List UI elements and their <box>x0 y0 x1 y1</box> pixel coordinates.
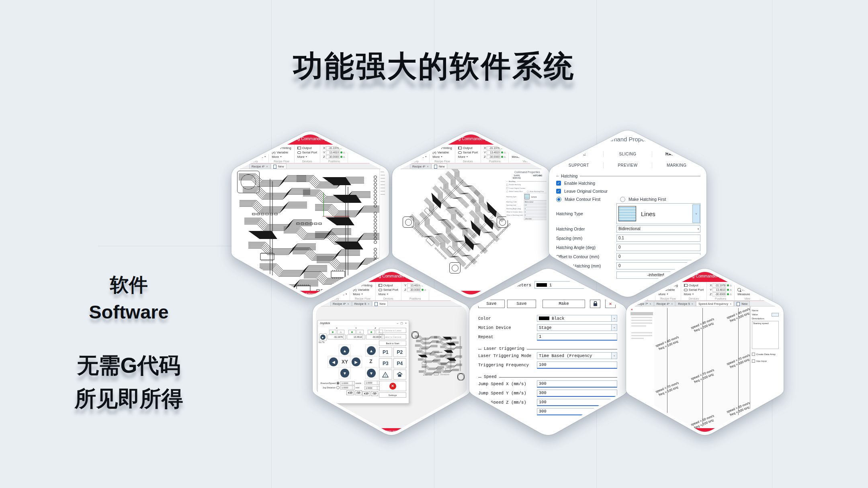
position-z-value[interactable]: -30.0000 <box>712 292 726 296</box>
ribbon-item-circle[interactable]: Circle <box>402 150 410 155</box>
ribbon-item-circle[interactable]: Circle <box>242 150 250 155</box>
tab-recipe[interactable]: Recipe 5× <box>676 301 696 306</box>
jump-speed-y-input[interactable]: 300 <box>537 390 617 397</box>
ribbon-item-more[interactable]: More <box>379 292 386 296</box>
checkbox-checked-icon[interactable]: ✓ <box>556 189 561 194</box>
ribbon-item-cad[interactable]: CAD <box>398 155 405 159</box>
div10-button[interactable]: /10 <box>371 391 378 396</box>
preset-p2-button[interactable]: P2 <box>393 347 407 357</box>
ribbon-item-text[interactable]: Text <box>636 283 642 288</box>
ribbon-item-rectangle[interactable]: Rectangle <box>242 146 257 150</box>
ribbon-item-cad[interactable]: CAD <box>319 292 326 296</box>
offset-contour-input[interactable]: 0 <box>616 253 700 260</box>
ribbon-item-variable[interactable]: Variable <box>437 150 449 155</box>
marking-parameters-select[interactable]: -inherited- <box>524 217 547 220</box>
y-position-input[interactable]: 13.4610 <box>347 335 365 339</box>
checkbox-checked-icon[interactable]: ✓ <box>556 181 561 186</box>
position-y-value[interactable]: 13.4610 <box>712 288 726 292</box>
radio-icon[interactable] <box>620 197 625 202</box>
ribbon-item-output[interactable]: Output <box>463 146 473 150</box>
spacing-input[interactable]: 0.1 <box>524 204 547 207</box>
x10-button[interactable]: x10 <box>346 390 354 395</box>
tab-recipe[interactable]: Recipe 4*× <box>410 163 431 169</box>
position-y-value[interactable]: 13.4610 <box>487 151 500 155</box>
tab-recipe[interactable]: Recipe 4*× <box>654 301 676 306</box>
close-icon[interactable]: × <box>671 302 673 305</box>
home-all-button[interactable] <box>393 370 407 380</box>
spacing-input[interactable]: 0.1 <box>616 235 700 242</box>
z-speed-input[interactable]: 1.0000 <box>364 381 380 385</box>
ribbon-item-cad[interactable]: CAD <box>237 155 244 159</box>
checkbox-icon[interactable] <box>506 187 508 189</box>
tab-speed-frequency[interactable]: Speed And Frequency× <box>696 301 734 306</box>
hatching-angle-input[interactable]: 0 <box>616 244 700 251</box>
radio-icon[interactable] <box>336 386 340 389</box>
repeat-input[interactable]: 1 <box>537 333 617 341</box>
jog-up-button[interactable]: ▲ <box>340 346 349 355</box>
chevron-down-icon[interactable]: ▾ <box>612 324 617 331</box>
save-button[interactable]: Save <box>507 300 536 308</box>
x-position-input[interactable]: -31.1976 <box>328 335 346 339</box>
camera-to-laser-button[interactable]: Camera to Laser <box>379 328 406 333</box>
zoom-in-icon[interactable] <box>512 146 515 150</box>
close-icon[interactable]: × <box>730 302 731 305</box>
tab-new[interactable]: New <box>271 163 287 169</box>
speed-input[interactable]: 1.0000 <box>340 381 355 385</box>
ribbon-item-variable[interactable]: Variable <box>358 288 369 292</box>
ribbon-item-fit-screen[interactable]: Fit Screen <box>742 283 757 288</box>
hatching-order-select[interactable]: Bidirectional <box>524 200 547 203</box>
tab-preview[interactable]: PREVIEW <box>603 162 652 168</box>
home-icon[interactable]: ⌂ <box>504 155 506 159</box>
jog-right-button[interactable]: ▶ <box>352 357 360 366</box>
color-select[interactable]: Black <box>537 315 612 322</box>
close-icon[interactable]: × <box>266 165 268 168</box>
axis-enable-button[interactable] <box>329 330 336 334</box>
preset-p1-button[interactable]: P1 <box>379 347 392 357</box>
tab-slicing[interactable]: SLICING <box>603 151 652 157</box>
axis-home-button[interactable]: ⌂ <box>337 330 344 334</box>
leave-contour-label[interactable]: Leave Original Contour <box>564 189 608 194</box>
ribbon-item-variable[interactable]: Variable <box>276 150 288 155</box>
ribbon-item-output[interactable]: Output <box>689 283 698 288</box>
radio-icon[interactable] <box>506 190 508 192</box>
scroll-button[interactable]: ˅ <box>692 204 700 223</box>
laser-triggering-mode-select[interactable]: Time Based (Frequency <box>537 352 612 359</box>
make-button[interactable]: Make <box>542 300 585 308</box>
ribbon-item-output[interactable]: Output <box>383 283 393 288</box>
tab-recipe[interactable]: Recipe 4*× <box>249 163 270 169</box>
home-icon[interactable]: ⌂ <box>730 292 731 296</box>
ribbon-item-text[interactable]: Text <box>336 288 342 292</box>
home-icon[interactable]: ⌂ <box>504 150 506 155</box>
enable-hatching-label[interactable]: Enable Hatching <box>564 181 595 186</box>
hatching-type-select[interactable]: Lines ˅ <box>616 203 700 224</box>
position-x-value[interactable]: -31.1976 <box>712 284 726 288</box>
description-input[interactable]: Starting speed <box>752 321 779 349</box>
ribbon-item-rectangle[interactable]: Rectangle <box>323 283 338 288</box>
jump-speed-x-input[interactable]: 300 <box>537 380 617 388</box>
triggering-frequency-input[interactable]: 100 <box>537 361 617 369</box>
ribbon-item-output[interactable]: Output <box>302 146 312 150</box>
chevron-down-icon[interactable]: ▾ <box>612 352 617 359</box>
minimize-button[interactable]: – <box>397 322 398 325</box>
settings-button[interactable]: Settings <box>379 392 406 398</box>
marking-test-grid[interactable]: speed = 80 mm/sfreq = 100 kHz speed = 90… <box>654 306 750 428</box>
maximize-button[interactable]: ▢ <box>400 322 403 325</box>
chevron-down-icon[interactable]: ▾ <box>612 315 617 322</box>
laser-warning-button[interactable]: ! <box>379 370 392 380</box>
div10-button[interactable]: /10 <box>355 390 362 395</box>
z-jog-input[interactable]: 1.0000 <box>364 386 380 390</box>
ribbon-item-text[interactable]: Text <box>415 150 421 155</box>
jog-down-button[interactable]: ▼ <box>340 369 349 378</box>
ribbon-item-more[interactable]: More <box>432 155 440 159</box>
ribbon-item-serial-port[interactable]: Serial Port <box>383 288 398 292</box>
ribbon-item-circle[interactable]: Circle <box>323 288 331 292</box>
position-y-value[interactable]: 13.4610 <box>326 151 340 155</box>
ribbon-item-text[interactable]: Text <box>254 150 260 155</box>
close-icon[interactable]: × <box>348 302 349 305</box>
ribbon-item-more[interactable]: More <box>353 292 360 296</box>
motion-device-select[interactable]: Stage <box>537 324 612 331</box>
ribbon-item-more[interactable]: More <box>684 292 691 296</box>
x10-button[interactable]: x10 <box>362 391 371 396</box>
jog-distance-input[interactable]: 1.0000 <box>340 386 355 390</box>
value-input[interactable] <box>772 313 779 316</box>
